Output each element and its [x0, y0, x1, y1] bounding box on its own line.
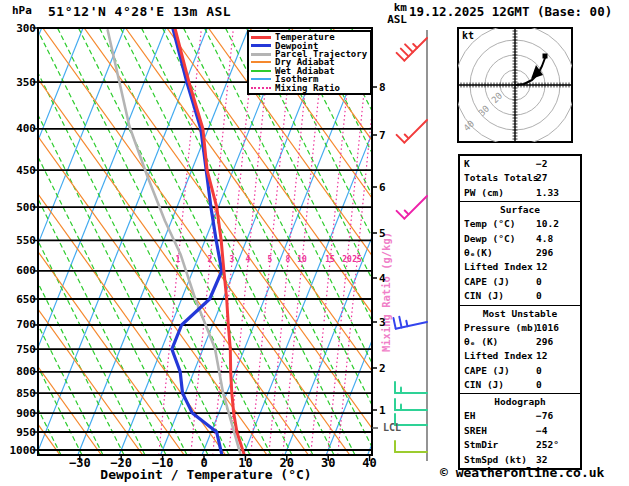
table-row: Totals Totals27 [460, 171, 580, 185]
run-datetime: 19.12.2025 12GMT (Base: 00) [409, 4, 612, 19]
table-row-value: 252° [536, 438, 559, 452]
pressure-axis-unit: hPa [12, 4, 32, 17]
table-row-label: SREH [464, 425, 487, 436]
legend-swatch-solid [251, 36, 271, 39]
km-tick-label: 3 [379, 316, 386, 329]
wind-barb [397, 38, 427, 61]
mixing-ratio-value-label: 2 [203, 255, 217, 264]
table-row-value: 12 [536, 260, 547, 274]
table-row-label: Lifted Index [464, 350, 533, 361]
table-row-value: 4.8 [536, 232, 553, 246]
table-row-label: CAPE (J) [464, 276, 510, 287]
hodograph-unit-label: kt [462, 30, 474, 41]
table-row-label: Pressure (mb) [464, 322, 538, 333]
table-row: Lifted Index12 [460, 349, 580, 363]
km-tick-label: 2 [379, 362, 386, 375]
km-tick-label: 7 [379, 129, 386, 142]
table-row-label: Temp (°C) [464, 218, 515, 229]
pressure-tick-label: 400 [8, 122, 36, 135]
indices-table: K−2Totals Totals27PW (cm)1.33SurfaceTemp… [458, 154, 582, 470]
table-row-value: 0 [536, 289, 542, 303]
hodograph: 203040 [455, 25, 575, 145]
legend-item: Mixing Ratio [251, 84, 368, 92]
pressure-tick-label: 950 [8, 426, 36, 439]
table-row-label: CAPE (J) [464, 365, 510, 376]
km-tick-label: 4 [379, 272, 386, 285]
temp-tick-label: 0 [187, 456, 221, 470]
temp-tick-label: 40 [353, 456, 387, 470]
wind-barb [395, 382, 427, 393]
table-section: HodographEH−76SREH−4StmDir252°StmSpd (kt… [460, 393, 580, 468]
hodograph-trace-end-marker [543, 54, 548, 59]
temp-tick-label: −30 [63, 456, 97, 470]
table-row-label: θₑ (K) [464, 336, 498, 347]
table-section-header: Most Unstable [460, 307, 580, 321]
km-tick-label: 8 [379, 81, 386, 94]
pressure-tick-label: 800 [8, 365, 36, 378]
table-row: StmDir252° [460, 438, 580, 452]
mixing-ratio-value-label: 8 [281, 255, 295, 264]
pressure-tick-label: 650 [8, 293, 36, 306]
table-row: Dewp (°C)4.8 [460, 232, 580, 246]
wind-barb [397, 120, 427, 143]
temp-tick-label: 20 [270, 456, 304, 470]
mixing-ratio-value-label: 5 [263, 255, 277, 264]
pressure-tick-label: 700 [8, 318, 36, 331]
table-row: K−2 [460, 157, 580, 171]
wind-barb [395, 441, 427, 452]
table-row-value: 1016 [536, 321, 559, 335]
table-row-value: 0 [536, 275, 542, 289]
mixing-ratio-value-label: 3 [225, 255, 239, 264]
table-row-value: 1.33 [536, 186, 559, 200]
table-row-value: 12 [536, 349, 547, 363]
km-tick-label: 6 [379, 181, 386, 194]
pressure-tick-label: 300 [8, 22, 36, 35]
legend: TemperatureDewpointParcel TrajectoryDry … [247, 30, 372, 95]
table-row-value: 27 [536, 171, 547, 185]
table-row-label: CIN (J) [464, 290, 504, 301]
temp-tick-label: 10 [228, 456, 262, 470]
table-row: CAPE (J)0 [460, 275, 580, 289]
table-row-label: StmDir [464, 439, 498, 450]
table-row-value: −4 [536, 424, 547, 438]
table-section-header: Surface [460, 203, 580, 217]
mixing-ratio-value-label: 15 [323, 255, 337, 264]
legend-swatch-solid [251, 53, 271, 56]
table-row: CIN (J)0 [460, 289, 580, 303]
table-row-value: 296 [536, 246, 553, 260]
pressure-tick-label: 500 [8, 201, 36, 214]
legend-swatch-thin [251, 70, 271, 72]
km-tick-label: 5 [379, 227, 386, 240]
table-row-label: PW (cm) [464, 187, 504, 198]
km-tick-label: 1 [379, 404, 386, 417]
lcl-label: LCL [383, 422, 401, 433]
legend-swatch-dotted [251, 87, 271, 89]
table-row-label: θₑ(K) [464, 247, 493, 258]
pressure-tick-label: 600 [8, 264, 36, 277]
table-row: PW (cm)1.33 [460, 186, 580, 200]
table-row: Lifted Index12 [460, 260, 580, 274]
table-row-value: 0 [536, 378, 542, 392]
pressure-tick-label: 450 [8, 164, 36, 177]
table-row: θₑ (K)296 [460, 335, 580, 349]
mixing-ratio-axis-label: Mixing Ratio (g/kg) [380, 232, 392, 352]
legend-swatch-solid [251, 44, 271, 47]
pressure-tick-label: 900 [8, 407, 36, 420]
temp-tick-label: −10 [146, 456, 180, 470]
table-row: Temp (°C)10.2 [460, 217, 580, 231]
pressure-tick-label: 550 [8, 234, 36, 247]
copyright: © weatheronline.co.uk [440, 465, 604, 480]
table-row: θₑ(K)296 [460, 246, 580, 260]
table-row-label: Lifted Index [464, 261, 533, 272]
mixing-ratio-value-label: 1 [171, 255, 185, 264]
table-row-label: CIN (J) [464, 379, 504, 390]
mixing-ratio-value-label: 25 [350, 255, 364, 264]
table-row: EH−76 [460, 409, 580, 423]
table-row-label: Totals Totals [464, 172, 538, 183]
legend-item: Temperature [251, 33, 368, 41]
station-title: 51°12'N 4°28'E 13m ASL [48, 4, 231, 19]
table-row-label: K [464, 158, 470, 169]
legend-swatch-thin [251, 78, 271, 80]
skewt-sounding-page: 203040 hPa 51°12'N 4°28'E 13m ASL km ASL… [0, 0, 629, 486]
table-row-label: StmSpd (kt) [464, 454, 527, 465]
